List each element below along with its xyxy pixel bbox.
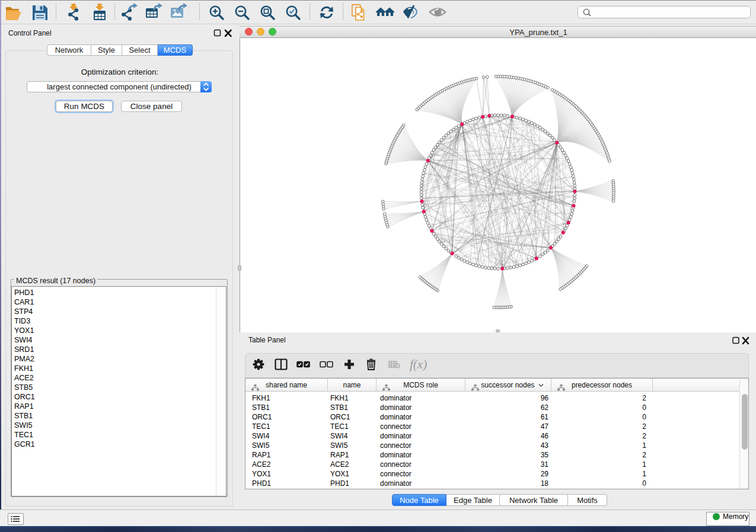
svg-text:f(x): f(x) (410, 357, 427, 371)
